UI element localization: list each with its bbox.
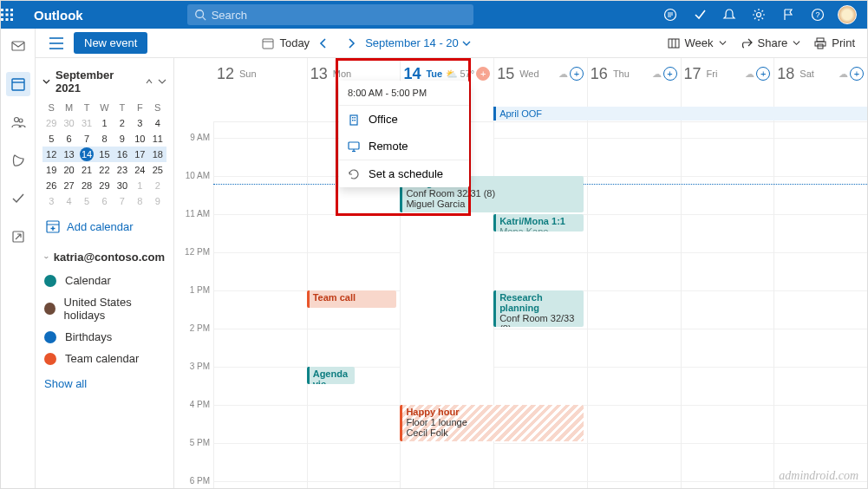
- calendar-item[interactable]: Team calendar: [44, 352, 165, 365]
- calendar-item[interactable]: Calendar: [44, 274, 165, 287]
- mini-cal-day[interactable]: 30: [114, 178, 131, 193]
- mini-cal-day[interactable]: 13: [60, 147, 77, 162]
- mini-cal-day[interactable]: 3: [131, 115, 148, 131]
- mini-cal-day[interactable]: 8: [95, 131, 113, 147]
- mini-cal-day[interactable]: 9: [149, 193, 166, 209]
- popup-office-option[interactable]: Office: [339, 106, 469, 133]
- mini-cal-day[interactable]: 20: [60, 162, 77, 178]
- mini-cal-day[interactable]: 24: [131, 162, 148, 178]
- mini-month-next[interactable]: [158, 77, 166, 86]
- working-location-button[interactable]: +: [756, 67, 770, 81]
- mini-cal-day[interactable]: 30: [60, 115, 77, 131]
- prev-week-button[interactable]: [310, 38, 337, 49]
- mini-cal-day[interactable]: 4: [149, 115, 166, 131]
- mini-cal-day[interactable]: 2: [114, 115, 131, 131]
- mini-cal-day[interactable]: 7: [114, 193, 131, 209]
- mini-cal-day[interactable]: 25: [149, 162, 166, 178]
- calendar-item[interactable]: United States holidays: [44, 296, 165, 322]
- today-button[interactable]: Today: [262, 36, 310, 49]
- mini-cal-day[interactable]: 12: [42, 147, 60, 162]
- mini-cal-day[interactable]: 23: [114, 162, 131, 178]
- app-launcher-icon[interactable]: [1, 9, 29, 21]
- chat-icon[interactable]: [657, 1, 683, 29]
- day-column[interactable]: [213, 122, 307, 488]
- mini-cal-day[interactable]: 21: [78, 162, 95, 178]
- mini-cal-day[interactable]: 28: [78, 178, 95, 193]
- notifications-icon[interactable]: [716, 1, 742, 29]
- mini-cal-day[interactable]: 8: [131, 193, 148, 209]
- mini-cal-day[interactable]: 11: [149, 131, 166, 147]
- mini-cal-day[interactable]: 3: [42, 193, 60, 209]
- mini-cal-day[interactable]: 27: [60, 178, 77, 193]
- calendar-event[interactable]: Research planningConf Room 32/33 (8)Wand…: [493, 290, 584, 327]
- working-location-button[interactable]: +: [850, 67, 864, 81]
- add-calendar-button[interactable]: Add calendar: [42, 209, 166, 244]
- day-header[interactable]: 12Sun: [213, 65, 307, 83]
- rail-people-icon[interactable]: [6, 110, 30, 134]
- popup-remote-option[interactable]: Remote: [339, 133, 469, 160]
- chevron-down-icon[interactable]: [42, 77, 50, 86]
- rail-more-icon[interactable]: [6, 225, 30, 249]
- mini-cal-day[interactable]: 10: [131, 131, 148, 147]
- calendar-event[interactable]: Team call: [307, 290, 397, 308]
- mini-cal-day[interactable]: 7: [78, 131, 95, 147]
- calendar-event[interactable]: Agenda vie: [307, 367, 355, 384]
- flag-icon[interactable]: [775, 1, 801, 29]
- view-switcher-week[interactable]: Week: [668, 36, 727, 49]
- account-avatar[interactable]: [834, 1, 860, 29]
- calendar-event[interactable]: Happy hourFloor 1 loungeCecil Folk: [400, 405, 583, 441]
- day-column[interactable]: [681, 122, 774, 488]
- day-header[interactable]: 16Thu☁+: [587, 65, 681, 83]
- mini-cal-day[interactable]: 29: [95, 178, 113, 193]
- mini-cal-day[interactable]: 16: [114, 147, 131, 162]
- calendar-item[interactable]: Birthdays: [44, 330, 165, 343]
- working-location-button[interactable]: +: [663, 67, 677, 81]
- mini-cal-day[interactable]: 22: [95, 162, 113, 178]
- mini-cal-day[interactable]: 29: [42, 115, 60, 131]
- allday-event[interactable]: April OOF: [493, 107, 867, 121]
- rail-calendar-icon[interactable]: [6, 72, 30, 96]
- mini-cal-day[interactable]: 19: [42, 162, 60, 178]
- mini-calendar[interactable]: SMTWTFS293031123456789101112131415161718…: [42, 100, 166, 209]
- day-column[interactable]: [587, 122, 681, 488]
- rail-todo-icon[interactable]: [6, 186, 30, 211]
- day-header[interactable]: 15Wed☁+: [493, 65, 587, 83]
- mini-cal-day[interactable]: 6: [60, 131, 77, 147]
- popup-set-schedule[interactable]: Set a schedule: [339, 160, 469, 187]
- help-icon[interactable]: ?: [805, 1, 831, 29]
- settings-icon[interactable]: [746, 1, 772, 29]
- todo-icon[interactable]: [687, 1, 713, 29]
- mini-cal-day[interactable]: 5: [42, 131, 60, 147]
- working-location-button[interactable]: +: [570, 67, 584, 81]
- working-location-button[interactable]: +: [476, 67, 490, 81]
- mini-cal-day[interactable]: 1: [131, 178, 148, 193]
- day-header[interactable]: 18Sat☁+: [773, 65, 867, 83]
- mini-cal-day[interactable]: 1: [95, 115, 113, 131]
- mini-cal-day[interactable]: 26: [42, 178, 60, 193]
- day-header[interactable]: 17Fri☁+: [681, 65, 774, 83]
- mini-cal-day[interactable]: 31: [78, 115, 95, 131]
- day-column[interactable]: [773, 122, 867, 488]
- mini-cal-day[interactable]: 9: [114, 131, 131, 147]
- mini-month-prev[interactable]: [144, 77, 153, 86]
- rail-files-icon[interactable]: [6, 148, 30, 173]
- mini-cal-day[interactable]: 18: [149, 147, 166, 162]
- print-button[interactable]: Print: [814, 36, 855, 49]
- mini-cal-day[interactable]: 14: [78, 147, 95, 162]
- mini-cal-day[interactable]: 6: [95, 193, 113, 209]
- mini-cal-day[interactable]: 17: [131, 147, 148, 162]
- next-week-button[interactable]: [337, 38, 365, 49]
- mini-cal-day[interactable]: 4: [60, 193, 77, 209]
- share-button[interactable]: Share: [741, 36, 801, 49]
- rail-mail-icon[interactable]: [6, 34, 30, 58]
- mini-cal-day[interactable]: 15: [95, 147, 113, 162]
- calendar-event[interactable]: Katri/Mona 1:1 Mona Kane: [493, 214, 584, 231]
- account-section[interactable]: katria@contoso.com: [42, 244, 166, 271]
- show-all-button[interactable]: Show all: [42, 368, 166, 399]
- search-box[interactable]: Search: [187, 4, 473, 25]
- sidebar-toggle-icon[interactable]: [42, 37, 70, 49]
- mini-cal-day[interactable]: 2: [149, 178, 166, 193]
- date-range-picker[interactable]: September 14 - 20: [365, 36, 471, 49]
- new-event-button[interactable]: New event: [74, 32, 147, 54]
- mini-cal-day[interactable]: 5: [78, 193, 95, 209]
